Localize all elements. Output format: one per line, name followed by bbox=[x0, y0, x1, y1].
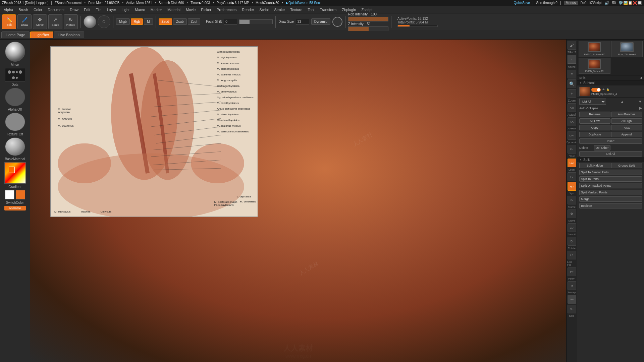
subtool-visibility-toggle[interactable] bbox=[591, 88, 601, 92]
icon-actual[interactable]: Act bbox=[568, 103, 576, 112]
menu-transform[interactable]: Transform bbox=[318, 7, 339, 12]
brush-preview[interactable] bbox=[5, 42, 25, 62]
insert-btn[interactable]: Insert bbox=[579, 138, 642, 144]
list-all-select[interactable]: List All bbox=[579, 99, 606, 105]
draw-btn[interactable]: 🖊️ Draw bbox=[17, 14, 32, 29]
rotate-btn[interactable]: ↻ Rotate bbox=[64, 14, 78, 29]
icon-transp[interactable]: Tr bbox=[568, 281, 576, 290]
color-box-white[interactable] bbox=[5, 190, 14, 199]
dynamic-btn[interactable]: Dynamic bbox=[311, 18, 330, 25]
merge-btn[interactable]: Merge bbox=[579, 196, 642, 202]
menu-script[interactable]: Script bbox=[257, 7, 271, 12]
preset-cylinder[interactable]: PM3D_Sphere3C bbox=[579, 58, 610, 74]
menu-marker[interactable]: Marker bbox=[148, 7, 164, 12]
zcut-btn[interactable]: Zcut bbox=[188, 18, 200, 25]
del-all-btn[interactable]: Del All bbox=[579, 151, 642, 157]
icon-polyf[interactable]: PF bbox=[568, 267, 576, 276]
all-low-btn[interactable]: All Low bbox=[579, 118, 610, 124]
m-btn[interactable]: M bbox=[144, 18, 153, 25]
groups-split-btn[interactable]: Groups Split bbox=[611, 163, 642, 168]
menu-preferences[interactable]: Preferences bbox=[214, 7, 239, 12]
icon-frame[interactable]: Fr bbox=[568, 196, 576, 204]
icon-ghost[interactable]: Gh bbox=[568, 295, 576, 304]
icon-move-right[interactable]: ✥ bbox=[568, 209, 576, 218]
menu-texture[interactable]: Texture bbox=[288, 7, 305, 12]
menu-edit[interactable]: Edit bbox=[82, 7, 93, 12]
icon-dynamic[interactable]: Dyn bbox=[568, 131, 576, 140]
viewport[interactable]: M. levator scapulae M. cervicis M. scale… bbox=[30, 40, 566, 362]
copy-btn[interactable]: Copy bbox=[579, 125, 610, 130]
spx-number[interactable]: 3 bbox=[568, 55, 576, 64]
menu-color[interactable]: Color bbox=[31, 7, 45, 12]
split-unmasked-btn[interactable]: Split Unmasked Points bbox=[579, 183, 642, 188]
preset-zsphere[interactable]: Skin_ZSphere1 bbox=[611, 41, 643, 57]
menu-picker[interactable]: Picker bbox=[199, 7, 214, 12]
alternate-btn[interactable]: Alternate bbox=[4, 206, 26, 210]
icon-fovi[interactable]: Fv bbox=[568, 172, 576, 181]
icon-brush-large[interactable]: 🖌 bbox=[568, 41, 576, 50]
icon-solo[interactable]: So bbox=[568, 305, 576, 313]
scale-btn[interactable]: ⤢ Scale bbox=[48, 14, 62, 29]
menu-light[interactable]: Light bbox=[119, 7, 132, 12]
list-arrow-icon[interactable]: ▲ bbox=[621, 100, 624, 104]
color-swatch[interactable] bbox=[4, 162, 26, 184]
icon-floor[interactable]: Flr bbox=[568, 145, 576, 154]
menu-alpha[interactable]: Alpha bbox=[1, 7, 15, 12]
del-other-btn[interactable]: Del Other bbox=[594, 145, 610, 150]
split-parts-btn[interactable]: Split To Parts bbox=[579, 176, 642, 182]
anatomy-reference-image[interactable]: M. levator scapulae M. cervicis M. scale… bbox=[50, 46, 258, 217]
icon-zoomd[interactable]: ZD bbox=[568, 223, 576, 232]
live-boolean-tab[interactable]: Live Boolean bbox=[54, 32, 84, 38]
preset-sphere3c[interactable]: PM3D_Sphere3C bbox=[579, 41, 610, 57]
draw-size-input[interactable] bbox=[296, 19, 309, 24]
color-box-orange[interactable] bbox=[16, 190, 25, 199]
sphere-preview[interactable] bbox=[84, 15, 96, 28]
menu-zscript[interactable]: Zscript bbox=[359, 7, 375, 12]
menu-macro[interactable]: Macro bbox=[132, 7, 148, 12]
menu-brush[interactable]: Brush bbox=[16, 7, 31, 12]
menu-stroke[interactable]: Stroke bbox=[272, 7, 287, 12]
zadd-btn[interactable]: Zadd bbox=[159, 18, 172, 25]
focal-shift-input[interactable] bbox=[224, 19, 237, 24]
split-hidden-btn[interactable]: Split Hidden bbox=[579, 163, 610, 168]
menu-zbplugin[interactable]: Zbplugin bbox=[339, 7, 358, 12]
quicksave-btn[interactable]: QuickSave bbox=[514, 1, 530, 5]
texture-preview[interactable] bbox=[5, 113, 25, 131]
mrgb-btn[interactable]: Mrgb bbox=[116, 18, 130, 25]
menus-btn[interactable]: Menus bbox=[564, 1, 578, 5]
subtool-active-item[interactable]: 👁 🔒 PM3D_Sphere3D1_4 bbox=[577, 85, 644, 98]
all-high-btn[interactable]: All High bbox=[611, 118, 642, 124]
menu-movie[interactable]: Movie bbox=[183, 7, 198, 12]
rgb-btn[interactable]: Rgb bbox=[131, 18, 143, 25]
menu-layer[interactable]: Layer bbox=[105, 7, 119, 12]
paste-btn[interactable]: Paste bbox=[611, 125, 642, 130]
alpha-preview-toolbar[interactable]: ○ bbox=[98, 15, 110, 28]
see-through[interactable]: See-through 0 bbox=[536, 1, 557, 5]
append-btn[interactable]: Append bbox=[611, 132, 642, 137]
alpha-preview[interactable] bbox=[5, 88, 25, 106]
split-masked-btn[interactable]: Split Masked Points bbox=[579, 190, 642, 195]
icon-rotate-right[interactable]: ↻ bbox=[568, 237, 576, 246]
list-arrow-down-icon[interactable]: ▼ bbox=[638, 100, 642, 104]
lightbox-tab[interactable]: LightBox bbox=[30, 32, 53, 38]
menu-file[interactable]: File bbox=[93, 7, 104, 12]
icon-aahalft[interactable]: AA bbox=[568, 117, 576, 126]
split-similar-btn[interactable]: Split To Similar Parts bbox=[579, 170, 642, 175]
home-page-tab[interactable]: Home Page bbox=[1, 32, 30, 38]
icon-local[interactable]: Loc bbox=[568, 159, 576, 167]
edit-btn[interactable]: ✏️ Edit bbox=[2, 14, 16, 29]
menu-draw[interactable]: Draw bbox=[67, 7, 81, 12]
menu-tool[interactable]: Tool bbox=[305, 7, 317, 12]
icon-linefill[interactable]: LF bbox=[568, 251, 576, 259]
icon-zoom-in[interactable]: + bbox=[568, 89, 576, 98]
icon-xyz[interactable]: xyz bbox=[568, 182, 576, 191]
icon-zoom-out[interactable]: 🔍 bbox=[568, 79, 576, 88]
icon-scroll[interactable]: ≡ bbox=[568, 70, 576, 78]
zsub-btn[interactable]: Zsub bbox=[173, 18, 186, 25]
autoreorder-btn[interactable]: AutoReorder bbox=[611, 112, 642, 117]
menu-render[interactable]: Render bbox=[239, 7, 256, 12]
menu-material[interactable]: Material bbox=[165, 7, 183, 12]
duplicate-btn[interactable]: Duplicate bbox=[579, 132, 610, 137]
boolean-btn[interactable]: Boolean bbox=[579, 203, 642, 208]
dots-preview[interactable] bbox=[5, 68, 25, 81]
